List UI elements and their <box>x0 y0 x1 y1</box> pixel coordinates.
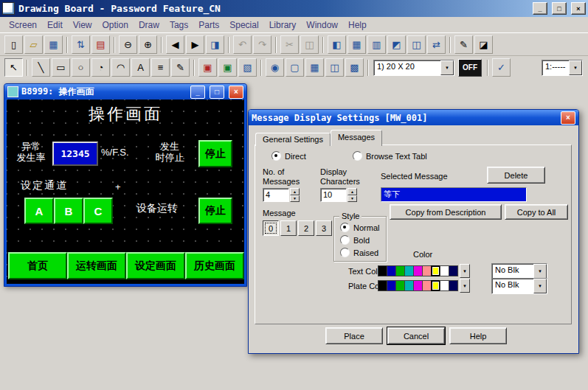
jump-screen-button[interactable]: ◨ <box>206 35 224 54</box>
nav-setting-screen-switch[interactable]: 设定画面 <box>126 252 185 279</box>
open-button[interactable]: ▱ <box>24 35 43 54</box>
display-characters-value[interactable]: 10 <box>320 188 347 202</box>
part-window-button[interactable]: ◫ <box>325 58 344 77</box>
scale-combo[interactable]: 1:----- ▼ <box>542 60 583 76</box>
ellipse-tool-button[interactable]: ○ <box>72 58 90 77</box>
save-button[interactable]: ▦ <box>44 35 63 54</box>
palette-more-arrow-icon[interactable]: ▼ <box>460 264 470 278</box>
copy-button[interactable]: ◫ <box>300 35 319 54</box>
cancel-button[interactable]: Cancel <box>387 327 445 344</box>
menu-window[interactable]: Window <box>301 18 343 32</box>
menu-view[interactable]: View <box>68 18 97 32</box>
browse-text-table-radio[interactable]: Browse Text Tabl <box>353 151 427 161</box>
line-tool-button[interactable]: ╲ <box>32 58 50 77</box>
menu-help[interactable]: Help <box>343 18 372 32</box>
transfer-download-button[interactable]: ⇅ <box>72 35 90 54</box>
image-tool-button[interactable]: ▧ <box>238 58 257 77</box>
menu-draw[interactable]: Draw <box>134 18 165 32</box>
new-button[interactable]: ▯ <box>4 35 23 54</box>
scale-dropdown-arrow-icon[interactable]: ▼ <box>569 60 582 75</box>
dialog-titlebar[interactable]: Message Display Settings [MW_001] × <box>249 110 578 125</box>
message-1-button[interactable]: 1 <box>280 220 297 236</box>
menu-library[interactable]: Library <box>264 18 302 32</box>
numeric-display[interactable]: 12345 <box>52 142 98 166</box>
message-2-button[interactable]: 2 <box>298 220 314 236</box>
grid-setting-button[interactable]: ▦ <box>347 35 366 54</box>
nav-history-screen-switch[interactable]: 历史画面 <box>185 252 244 279</box>
color-swatch[interactable] <box>449 280 458 291</box>
text-color-dropdown-arrow-icon[interactable]: ▼ <box>533 264 547 279</box>
style-normal-radio[interactable]: Normal <box>340 223 379 232</box>
previous-screen-button[interactable]: ◀ <box>166 35 184 54</box>
rectangle-tool-button[interactable]: ▭ <box>52 58 70 77</box>
spin-up-button[interactable]: ▲ <box>290 188 300 195</box>
no-of-messages-spinner[interactable]: 4 ▲ ▼ <box>263 188 300 202</box>
spin-down-button[interactable]: ▼ <box>347 195 357 203</box>
screen-canvas[interactable]: 操作画面 异常 发生率 12345 %/F.S. 发生 时停止 停止 设定通道 … <box>7 100 244 284</box>
editor-titlebar[interactable]: B8999: 操作画面 _ □ × <box>4 84 246 100</box>
stamp-green-button[interactable]: ▣ <box>218 58 237 77</box>
app-titlebar[interactable]: Drawing Board - Password Feature_CN _ □ … <box>0 0 588 17</box>
zoom-in-button[interactable]: ⊕ <box>139 35 157 54</box>
place-button[interactable]: Place <box>325 327 383 344</box>
tab-general-settings[interactable]: General Settings <box>255 133 331 146</box>
occur-stop-label[interactable]: 发生 时停止 <box>150 141 190 163</box>
draw-pencil-button[interactable]: ✎ <box>454 35 473 54</box>
transfer-upload-button[interactable]: ▤ <box>91 35 110 54</box>
dialog-close-button[interactable]: × <box>561 111 575 125</box>
char-size-dropdown-arrow-icon[interactable]: ▼ <box>440 60 454 75</box>
display-environment-button[interactable]: ◧ <box>328 35 346 54</box>
stamp-red-button[interactable]: ▣ <box>198 58 217 77</box>
screen-heading-text[interactable]: 操作画面 <box>7 103 244 125</box>
menu-screen[interactable]: Screen <box>4 18 42 32</box>
minimize-button[interactable]: _ <box>533 2 547 15</box>
overlap-button[interactable]: ◩ <box>387 35 406 54</box>
spin-down-button[interactable]: ▼ <box>290 195 300 203</box>
redo-button[interactable]: ↷ <box>253 35 271 54</box>
part-switch-button[interactable]: ▢ <box>286 58 304 77</box>
copy-to-all-button[interactable]: Copy to All <box>505 204 568 220</box>
spin-up-button[interactable]: ▲ <box>347 188 357 195</box>
eraser-button[interactable]: ◪ <box>474 35 493 54</box>
channel-b-switch[interactable]: B <box>54 198 83 224</box>
layer-button[interactable]: ◫ <box>407 35 426 54</box>
message-3-button[interactable]: 3 <box>316 220 332 236</box>
check-tool-button[interactable]: ✓ <box>492 58 511 77</box>
style-bold-radio[interactable]: Bold <box>340 235 370 245</box>
stop-switch-top[interactable]: 停止 <box>198 140 232 167</box>
abnormal-rate-label[interactable]: 异常 发生率 <box>13 141 49 163</box>
undo-button[interactable]: ↶ <box>233 35 252 54</box>
no-of-messages-value[interactable]: 4 <box>263 188 289 202</box>
palette-more-arrow-icon[interactable]: ▼ <box>460 279 470 293</box>
channel-label[interactable]: 设定通道 <box>21 180 68 191</box>
menu-tags[interactable]: Tags <box>165 18 193 32</box>
channel-c-switch[interactable]: C <box>83 198 113 224</box>
next-screen-button[interactable]: ▶ <box>186 35 204 54</box>
editor-maximize-button[interactable]: □ <box>210 86 224 99</box>
menu-edit[interactable]: Edit <box>42 18 68 32</box>
editor-minimize-button[interactable]: _ <box>190 86 205 99</box>
arc-tool-button[interactable]: ◠ <box>111 58 130 77</box>
style-raised-radio[interactable]: Raised <box>340 248 378 257</box>
selected-message-field[interactable]: 等下 <box>381 187 527 202</box>
text-tool-button[interactable]: A <box>131 58 150 77</box>
menu-special[interactable]: Special <box>224 18 263 32</box>
pointer-tool-button[interactable]: ↖ <box>4 58 23 77</box>
menu-option[interactable]: Option <box>97 18 134 32</box>
char-size-combo[interactable]: 1) 20 X 20 ▼ <box>373 60 454 76</box>
plate-color-blink-combo[interactable]: No Blk ▼ <box>491 278 547 294</box>
pie-tool-button[interactable]: ◔ <box>91 58 110 77</box>
unit-label[interactable]: %/F.S. <box>101 147 129 158</box>
channel-a-switch[interactable]: A <box>24 198 54 224</box>
editor-close-button[interactable]: × <box>229 86 243 99</box>
message-0-button[interactable]: 0 <box>263 220 279 236</box>
help-button[interactable]: Help <box>449 327 507 344</box>
maximize-button[interactable]: □ <box>552 2 567 15</box>
cut-button[interactable]: ✂ <box>280 35 299 54</box>
item-list-button[interactable]: ▥ <box>367 35 386 54</box>
display-change-button[interactable]: ⇄ <box>427 35 446 54</box>
tab-messages[interactable]: Messages <box>331 130 382 146</box>
part-keypad-button[interactable]: ▦ <box>305 58 324 77</box>
delete-button[interactable]: Delete <box>487 167 545 184</box>
pen-tool-button[interactable]: ✎ <box>171 58 190 77</box>
